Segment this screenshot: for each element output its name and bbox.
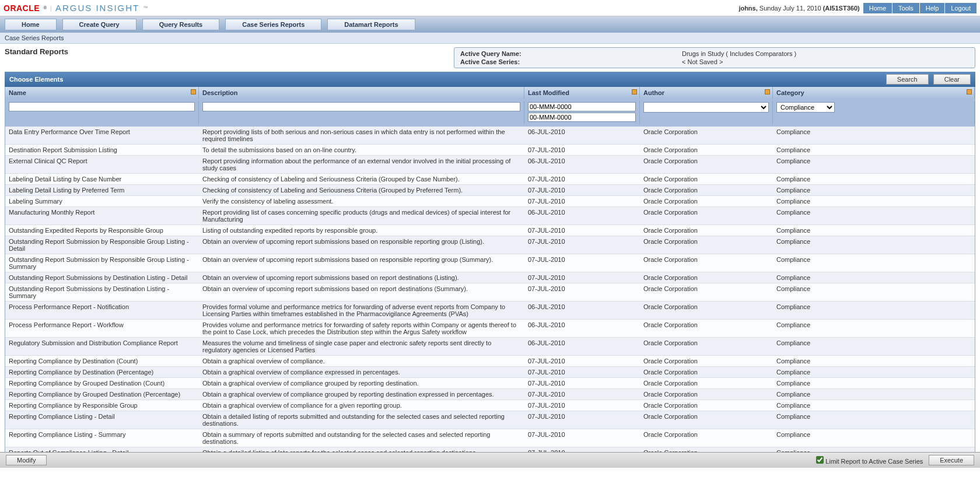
col-name-header[interactable]: Name [5, 87, 199, 99]
table-row[interactable]: Outstanding Report Submission by Respons… [5, 236, 975, 254]
clear-button[interactable]: Clear [933, 74, 971, 85]
cell-mod: 07-JUL-2010 [524, 236, 640, 254]
search-button[interactable]: Search [886, 74, 929, 85]
table-row[interactable]: Labeling SummaryVerify the consistency o… [5, 196, 975, 207]
cell-mod: 07-JUL-2010 [524, 272, 640, 283]
server-id: (AI51ST360) [823, 5, 860, 12]
sort-icon[interactable] [765, 89, 770, 94]
table-row[interactable]: Reporting Compliance by Destination (Per… [5, 367, 975, 378]
col-cat-header[interactable]: Category [773, 87, 975, 99]
cell-name: Process Performance Report - Workflow [5, 320, 199, 337]
execute-button[interactable]: Execute [929, 455, 974, 465]
table-row[interactable]: Reporting Compliance Listing - DetailObt… [5, 411, 975, 429]
top-link-home[interactable]: Home [863, 3, 892, 13]
cell-name: Reporting Compliance Listing - Summary [5, 429, 199, 447]
cell-name: Reporting Compliance by Destination (Per… [5, 367, 199, 377]
cell-mod: 07-JUL-2010 [524, 145, 640, 155]
cell-mod: 07-JUL-2010 [524, 185, 640, 195]
limit-checkbox-label[interactable]: Limit Report to Active Case Series [816, 456, 923, 465]
table-row[interactable]: Reporting Compliance Listing - SummaryOb… [5, 429, 975, 447]
cell-auth: Oracle Corporation [640, 283, 773, 301]
table-row[interactable]: Reports Out of Compliance Listing - Deta… [5, 447, 975, 452]
breadcrumb: Case Series Reports [0, 33, 980, 44]
top-link-tools[interactable]: Tools [892, 3, 919, 13]
table-row[interactable]: Outstanding Report Submission by Respons… [5, 254, 975, 272]
filter-date-to-input[interactable] [528, 113, 636, 122]
cell-auth: Oracle Corporation [640, 207, 773, 225]
cell-name: Reports Out of Compliance Listing - Deta… [5, 447, 199, 452]
cell-cat: Compliance [773, 185, 975, 195]
table-row[interactable]: Labeling Detail Listing by Preferred Ter… [5, 185, 975, 196]
filter-category-select[interactable]: Compliance [776, 102, 835, 113]
filter-name-input[interactable] [9, 102, 195, 111]
app-header: ORACLE® | ARGUS INSIGHT™ johns, Sunday J… [0, 0, 980, 16]
table-row[interactable]: Reporting Compliance by Responsible Grou… [5, 400, 975, 411]
filter-date-from-input[interactable] [528, 102, 636, 111]
active-query-value: Drugs in Study ( Includes Comparators ) [682, 50, 969, 57]
cell-mod: 07-JUL-2010 [524, 283, 640, 301]
nav-case-series-reports[interactable]: Case Series Reports [225, 19, 321, 30]
sort-icon[interactable] [632, 89, 637, 94]
nav-query-results[interactable]: Query Results [142, 19, 220, 30]
col-mod-header[interactable]: Last Modified [524, 87, 640, 99]
cell-desc: To detail the submissions based on an on… [199, 145, 524, 155]
filter-desc-input[interactable] [202, 102, 520, 111]
cell-name: Reporting Compliance by Destination (Cou… [5, 356, 199, 366]
cell-name: Manufacturing Monthly Report [5, 207, 199, 225]
cell-auth: Oracle Corporation [640, 356, 773, 366]
table-row[interactable]: Outstanding Expedited Reports by Respons… [5, 225, 975, 236]
table-row[interactable]: Regulatory Submission and Distribution C… [5, 338, 975, 356]
cell-name: External Clinical QC Report [5, 156, 199, 173]
cell-name: Outstanding Expedited Reports by Respons… [5, 225, 199, 236]
cell-desc: Report providing information about the p… [199, 156, 524, 173]
cell-auth: Oracle Corporation [640, 367, 773, 377]
top-link-help[interactable]: Help [920, 3, 945, 13]
sort-icon[interactable] [967, 89, 972, 94]
col-desc-header[interactable]: Description [199, 87, 524, 99]
cell-mod: 07-JUL-2010 [524, 378, 640, 388]
sort-icon[interactable] [191, 89, 196, 94]
table-row[interactable]: External Clinical QC ReportReport provid… [5, 156, 975, 174]
cell-cat: Compliance [773, 367, 975, 377]
cell-name: Destination Report Submission Listing [5, 145, 199, 155]
cell-name: Labeling Summary [5, 196, 199, 206]
cell-mod: 07-JUL-2010 [524, 225, 640, 236]
cell-name: Outstanding Report Submission by Respons… [5, 254, 199, 272]
cell-desc: Listing of outstanding expedited reports… [199, 225, 524, 236]
table-row[interactable]: Reporting Compliance by Grouped Destinat… [5, 378, 975, 389]
table-row[interactable]: Reporting Compliance by Grouped Destinat… [5, 389, 975, 400]
filter-author-select[interactable] [643, 102, 769, 113]
modify-button[interactable]: Modify [6, 455, 47, 465]
active-query-label: Active Query Name: [460, 50, 682, 57]
nav-datamart-reports[interactable]: Datamart Reports [327, 19, 415, 30]
col-auth-header[interactable]: Author [640, 87, 773, 99]
cell-desc: Obtain a graphical overview of complianc… [199, 389, 524, 400]
top-link-logout[interactable]: Logout [945, 3, 977, 13]
table-row[interactable]: Process Performance Report - WorkflowPro… [5, 320, 975, 338]
cell-auth: Oracle Corporation [640, 145, 773, 155]
nav-home[interactable]: Home [5, 19, 57, 30]
limit-checkbox[interactable] [816, 456, 824, 464]
table-row[interactable]: Labeling Detail Listing by Case NumberCh… [5, 174, 975, 185]
table-row[interactable]: Outstanding Report Submissions by Destin… [5, 283, 975, 302]
table-row[interactable]: Outstanding Report Submissions by Destin… [5, 272, 975, 283]
table-row[interactable]: Reporting Compliance by Destination (Cou… [5, 356, 975, 367]
table-body[interactable]: Data Entry Performance Over Time ReportR… [5, 127, 975, 452]
page-title: Standard Reports [5, 47, 448, 68]
cell-name: Reporting Compliance by Grouped Destinat… [5, 378, 199, 388]
top-links: Home Tools Help Logout [863, 3, 977, 13]
table-row[interactable]: Manufacturing Monthly ReportReport provi… [5, 207, 975, 225]
cell-desc: Obtain an overview of upcoming report su… [199, 272, 524, 283]
filter-row: Compliance [5, 99, 975, 127]
table-row[interactable]: Data Entry Performance Over Time ReportR… [5, 127, 975, 145]
cell-auth: Oracle Corporation [640, 272, 773, 283]
cell-cat: Compliance [773, 127, 975, 144]
table-row[interactable]: Process Performance Report - Notificatio… [5, 302, 975, 320]
cell-desc: Verify the consistency of labeling asses… [199, 196, 524, 206]
cell-cat: Compliance [773, 400, 975, 411]
cell-mod: 06-JUL-2010 [524, 320, 640, 337]
cell-cat: Compliance [773, 236, 975, 254]
nav-create-query[interactable]: Create Query [62, 19, 136, 30]
table-row[interactable]: Destination Report Submission ListingTo … [5, 145, 975, 156]
cell-mod: 07-JUL-2010 [524, 196, 640, 206]
